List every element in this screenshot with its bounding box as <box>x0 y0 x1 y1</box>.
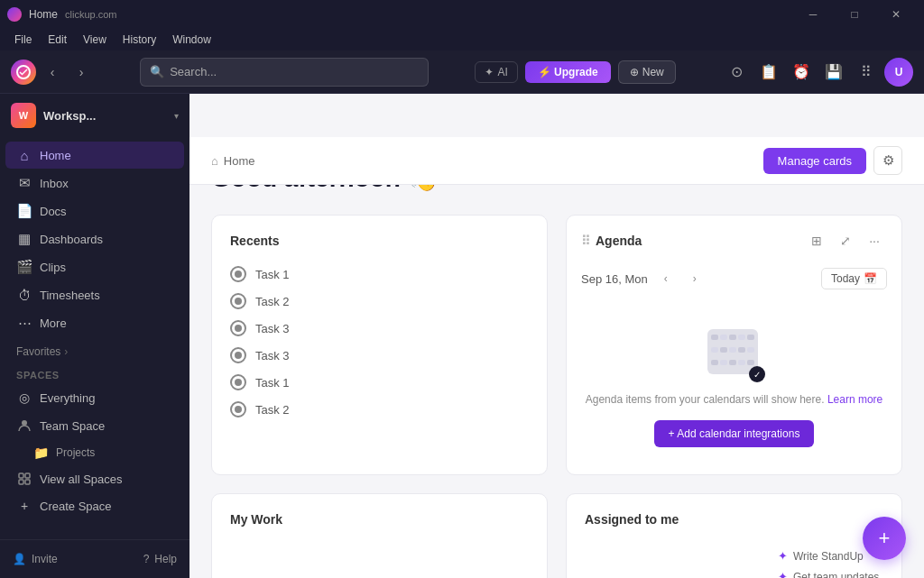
svg-rect-5 <box>25 480 30 484</box>
sidebar-item-team-space[interactable]: Team Space ··· + <box>5 412 184 439</box>
view-all-spaces[interactable]: View all Spaces <box>5 466 184 491</box>
cal-cell <box>711 347 718 353</box>
workspace-selector[interactable]: W Worksp... ▾ <box>0 94 189 137</box>
menu-history[interactable]: History <box>116 32 163 48</box>
sidebar-item-inbox[interactable]: ✉ Inbox <box>5 170 184 197</box>
agenda-empty-text: Agenda items from your calendars will sh… <box>586 391 883 408</box>
app-container: ‹ › 🔍 Search... ✦ AI ⚡ Upgrade ⊕ New ⊙ <box>0 50 924 578</box>
manage-cards-button[interactable]: Manage cards <box>763 148 866 174</box>
invite-button[interactable]: 👤 Invite <box>5 547 65 571</box>
list-item[interactable]: Task 2 <box>230 396 529 423</box>
workspace-avatar: W <box>11 103 36 128</box>
fab-button[interactable]: + <box>863 517 906 560</box>
sidebar-item-everything[interactable]: ◎ Everything <box>5 385 184 410</box>
space-item-label: Team Space <box>40 419 105 433</box>
header-actions: Manage cards ⚙ <box>763 146 902 175</box>
svg-rect-2 <box>19 473 23 478</box>
sidebar-item-label: Docs <box>40 205 67 218</box>
home-icon: ⌂ <box>16 147 32 163</box>
clips-icon: 🎬 <box>16 259 32 275</box>
cal-cell <box>711 360 718 365</box>
window-controls[interactable]: ─ □ ✕ <box>792 0 917 29</box>
my-work-section: My Work <box>211 493 548 578</box>
learn-more-link[interactable]: Learn more <box>827 393 882 406</box>
sidebar-item-home[interactable]: ⌂ Home <box>5 142 184 169</box>
favorites-section[interactable]: Favorites › <box>5 342 184 362</box>
sidebar-bottom: 👤 Invite ? Help <box>0 539 189 578</box>
list-item[interactable]: Task 1 <box>230 261 529 288</box>
calendar-grid <box>707 329 758 374</box>
menu-view[interactable]: View <box>76 32 114 48</box>
titlebar-left: Home clickup.com <box>7 7 116 22</box>
task-status-icon <box>230 347 246 363</box>
spaces-label: Spaces <box>0 362 189 384</box>
prev-date-button[interactable]: ‹ <box>655 268 677 289</box>
list-item[interactable]: Task 2 <box>230 288 529 315</box>
agenda-date-row: Sep 16, Mon ‹ › Today 📅 <box>567 262 901 302</box>
recents-section: Recents Task 1 Task 2 Task 3 <box>211 215 548 475</box>
cal-cell <box>720 360 727 365</box>
task-status-icon <box>230 374 246 390</box>
sidebar-item-clips[interactable]: 🎬 Clips <box>5 253 184 280</box>
create-space[interactable]: + Create Space <box>5 493 184 518</box>
agenda-body: ✓ Agenda items from your calendars will … <box>567 302 901 474</box>
home-breadcrumb-icon: ⌂ <box>211 154 218 168</box>
agenda-view-button[interactable]: ⊞ <box>804 228 829 253</box>
today-button[interactable]: Today 📅 <box>821 268 887 289</box>
breadcrumb: ⌂ Home <box>211 154 255 168</box>
space-add-button[interactable]: + <box>155 417 173 435</box>
ai-suggestion-label: Write StandUp <box>793 550 864 563</box>
forward-button[interactable]: › <box>69 60 94 85</box>
settings-button[interactable]: ⚙ <box>873 146 902 175</box>
space-more-button[interactable]: ··· <box>135 417 153 435</box>
sidebar-item-projects[interactable]: 📁 Projects <box>5 441 184 464</box>
add-calendar-button[interactable]: + Add calendar integrations <box>654 420 815 447</box>
maximize-button[interactable]: □ <box>834 0 875 29</box>
cal-cell <box>738 360 745 365</box>
fab-plus-icon: + <box>879 527 891 550</box>
workspace-name: Worksp... <box>43 109 167 123</box>
chevron-down-icon: ▾ <box>174 111 179 121</box>
agenda-date: Sep 16, Mon <box>581 272 648 286</box>
list-item[interactable]: Task 3 <box>230 342 529 369</box>
agenda-more-button[interactable]: ··· <box>862 228 887 253</box>
agenda-expand-button[interactable]: ⤢ <box>833 228 858 253</box>
sidebar-item-label: Timesheets <box>40 289 100 302</box>
titlebar-url: clickup.com <box>65 9 116 20</box>
menu-edit[interactable]: Edit <box>41 32 74 48</box>
cal-cell <box>729 335 736 340</box>
ai-suggestion-updates[interactable]: ✦ Get team updates <box>778 570 887 578</box>
menu-window[interactable]: Window <box>165 32 218 48</box>
help-button[interactable]: ? Help <box>136 547 184 571</box>
menu-file[interactable]: File <box>7 32 39 48</box>
task-status-icon <box>230 266 246 282</box>
cal-cell <box>738 335 745 340</box>
sidebar-item-timesheets[interactable]: ⏱ Timesheets <box>5 281 184 308</box>
sidebar-item-docs[interactable]: 📄 Docs <box>5 197 184 225</box>
sidebar-item-label: More <box>40 317 67 330</box>
minimize-button[interactable]: ─ <box>792 0 834 29</box>
search-bar[interactable]: 🔍 Search... <box>140 58 189 87</box>
sidebar-item-dashboards[interactable]: ▦ Dashboards <box>5 225 184 252</box>
close-button[interactable]: ✕ <box>875 0 917 29</box>
sidebar-item-label: Dashboards <box>40 233 103 246</box>
drag-handle-icon: ⠿ <box>581 234 590 248</box>
sidebar: ‹ › 🔍 Search... ✦ AI ⚡ Upgrade ⊕ New ⊙ <box>0 50 189 578</box>
docs-icon: 📄 <box>16 203 32 219</box>
create-space-icon: + <box>16 498 32 514</box>
back-button[interactable]: ‹ <box>40 60 65 85</box>
sidebar-item-more[interactable]: ⋯ More <box>5 309 184 336</box>
agenda-header-actions: ⊞ ⤢ ··· <box>804 228 887 253</box>
list-item[interactable]: Task 3 <box>230 315 529 342</box>
assigned-title: Assigned to me <box>585 512 883 527</box>
my-work-title: My Work <box>230 512 529 527</box>
list-item[interactable]: Task 1 <box>230 369 529 396</box>
logo-icon[interactable] <box>11 60 36 85</box>
sidebar-item-label: Clips <box>40 261 66 274</box>
date-nav: Sep 16, Mon ‹ › <box>581 268 706 289</box>
svg-rect-4 <box>19 480 23 484</box>
next-date-button[interactable]: › <box>684 268 706 289</box>
inbox-icon: ✉ <box>16 175 32 191</box>
cal-cell <box>747 335 754 340</box>
titlebar: Home clickup.com ─ □ ✕ <box>0 0 924 29</box>
